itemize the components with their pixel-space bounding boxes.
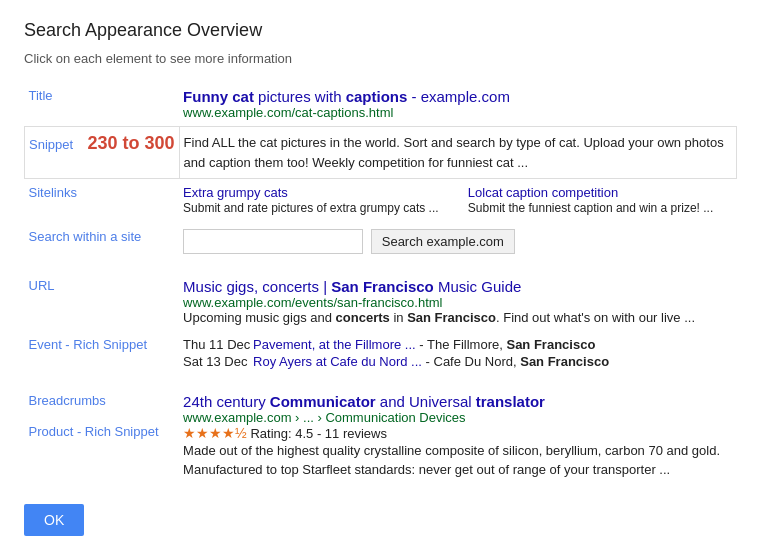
ok-button[interactable]: OK <box>24 504 84 536</box>
snippet-text: Find ALL the cat pictures in the world. … <box>179 127 736 179</box>
product-text: Made out of the highest quality crystall… <box>183 441 732 480</box>
breadcrumbs-content: 24th century Communicator and Universal … <box>179 387 736 486</box>
url-row: URL Music gigs, concerts | San Francisco… <box>25 272 737 331</box>
event-link-0[interactable]: Pavement, at the Fillmore ... <box>253 337 416 352</box>
snippet-label-text: Snippet <box>29 137 73 152</box>
event-link-1[interactable]: Roy Ayers at Cafe du Nord ... <box>253 354 422 369</box>
url-link-part1: Music gigs, concerts | <box>183 278 331 295</box>
snippet-label: Snippet 230 to 300 <box>25 127 180 179</box>
title-bold1: Funny cat <box>183 88 254 105</box>
event-date-1: Sat 13 Dec <box>183 354 253 369</box>
url-title-link[interactable]: Music gigs, concerts | San Francisco Mus… <box>183 278 521 295</box>
bc-rating-wrapper: ★★★★½ Rating: 4.5 - 11 reviews <box>183 425 732 441</box>
breadcrumbs-link-wrapper[interactable]: 24th century Communicator and Universal … <box>183 393 732 410</box>
spacer-row-1 <box>25 260 737 272</box>
bc-part1: 24th century <box>183 393 270 410</box>
sitelink-link-0[interactable]: Extra grumpy cats <box>183 185 288 200</box>
url-desc-bold1: concerts <box>336 310 390 325</box>
sitelinks-row: Sitelinks Extra grumpy cats Submit and r… <box>25 179 737 223</box>
url-desc-pre: Upcoming music gigs and <box>183 310 335 325</box>
url-desc-mid: in <box>390 310 407 325</box>
title-label: Title <box>25 82 180 127</box>
event-rest-0: - The Fillmore, <box>416 337 507 352</box>
search-within-row: Search within a site Search example.com <box>25 223 737 260</box>
sitelink-desc-1: Submit the funniest caption and win a pr… <box>468 200 733 217</box>
url-link-bold: San Francisco <box>331 278 434 295</box>
event-detail-1: Roy Ayers at Cafe du Nord ... - Cafe Du … <box>253 354 732 369</box>
title-content: Funny cat pictures with captions - examp… <box>179 82 736 127</box>
url-desc: Upcoming music gigs and concerts in San … <box>183 310 732 325</box>
title-url: www.example.com/cat-captions.html <box>183 105 732 120</box>
sitelink-item-0: Extra grumpy cats Submit and rate pictur… <box>183 185 448 217</box>
main-table: Title Funny cat pictures with captions -… <box>24 82 737 486</box>
sitelinks-grid: Extra grumpy cats Submit and rate pictur… <box>183 185 732 217</box>
event-detail-0: Pavement, at the Fillmore ... - The Fill… <box>253 337 732 352</box>
breadcrumbs-label-text: Breadcrumbs <box>29 393 176 408</box>
event-date-0: Thu 11 Dec <box>183 337 253 352</box>
sitelinks-content: Extra grumpy cats Submit and rate pictur… <box>179 179 736 223</box>
subtitle: Click on each element to see more inform… <box>24 51 737 66</box>
snippet-row: Snippet 230 to 300 Find ALL the cat pict… <box>25 127 737 179</box>
title-mid: pictures with <box>254 88 346 105</box>
event-grid: Thu 11 Dec Pavement, at the Fillmore ...… <box>183 337 732 369</box>
search-input[interactable] <box>183 229 363 254</box>
event-bold-1: San Francisco <box>520 354 609 369</box>
url-label: URL <box>25 272 180 331</box>
breadcrumbs-row: Breadcrumbs Product - Rich Snippet 24th … <box>25 387 737 486</box>
title-row: Title Funny cat pictures with captions -… <box>25 82 737 127</box>
page-title: Search Appearance Overview <box>24 20 737 41</box>
sitelink-item-1: Lolcat caption competition Submit the fu… <box>468 185 733 217</box>
sitelinks-label: Sitelinks <box>25 179 180 223</box>
title-end: - example.com <box>407 88 510 105</box>
url-desc-bold2: San Francisco <box>407 310 496 325</box>
url-green: www.example.com/events/san-francisco.htm… <box>183 295 732 310</box>
event-content: Thu 11 Dec Pavement, at the Fillmore ...… <box>179 331 736 375</box>
bc-bold1: Communicator <box>270 393 376 410</box>
url-content: Music gigs, concerts | San Francisco Mus… <box>179 272 736 331</box>
event-bold-0: San Francisco <box>506 337 595 352</box>
main-window: Search Appearance Overview Click on each… <box>0 0 761 546</box>
bc-url-green: www.example.com › ... › Communication De… <box>183 410 732 425</box>
rating-text: Rating: 4.5 - 11 reviews <box>250 426 387 441</box>
event-row: Event - Rich Snippet Thu 11 Dec Pavement… <box>25 331 737 375</box>
product-label-text: Product - Rich Snippet <box>29 424 176 439</box>
title-link-wrapper[interactable]: Funny cat pictures with captions - examp… <box>183 88 732 105</box>
bc-mid: and Universal <box>376 393 476 410</box>
search-within-content: Search example.com <box>179 223 736 260</box>
sitelink-link-1[interactable]: Lolcat caption competition <box>468 185 618 200</box>
url-desc-end: . Find out what's on with our live ... <box>496 310 695 325</box>
title-bold2: captions <box>346 88 408 105</box>
title-link[interactable]: Funny cat pictures with captions - examp… <box>183 88 510 105</box>
bc-bold2: translator <box>476 393 545 410</box>
breadcrumbs-label: Breadcrumbs Product - Rich Snippet <box>25 387 180 486</box>
spacer-row-2 <box>25 375 737 387</box>
breadcrumbs-link[interactable]: 24th century Communicator and Universal … <box>183 393 545 410</box>
stars-icon: ★★★★½ <box>183 425 247 441</box>
search-button[interactable]: Search example.com <box>371 229 515 254</box>
search-within-label: Search within a site <box>25 223 180 260</box>
snippet-number: 230 to 300 <box>88 133 175 153</box>
url-link-wrapper[interactable]: Music gigs, concerts | San Francisco Mus… <box>183 278 732 295</box>
ok-button-wrapper: OK <box>24 486 737 536</box>
sitelink-desc-0: Submit and rate pictures of extra grumpy… <box>183 200 448 217</box>
event-label: Event - Rich Snippet <box>25 331 180 375</box>
url-link-end: Music Guide <box>434 278 522 295</box>
event-rest-1: - Cafe Du Nord, <box>422 354 520 369</box>
